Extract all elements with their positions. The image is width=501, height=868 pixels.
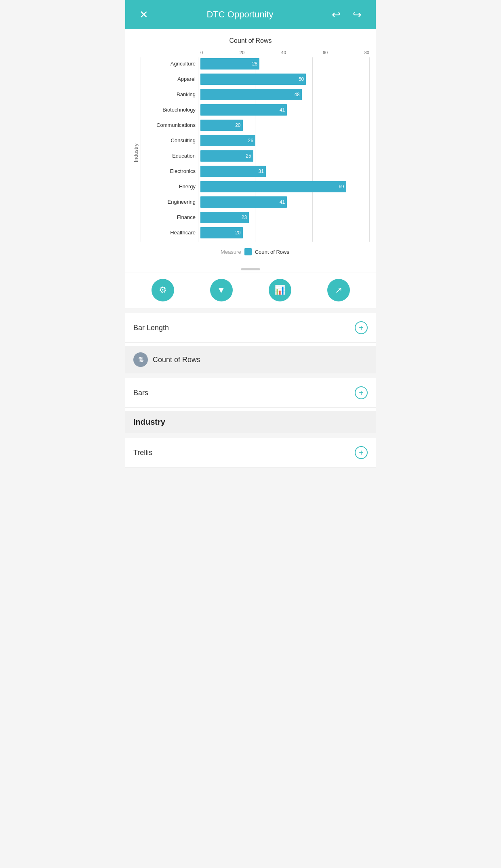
x-tick: 20: [240, 50, 244, 55]
bar-length-title: Bar Length: [133, 324, 169, 332]
bar-fill: 28: [200, 58, 259, 70]
wrench-button[interactable]: ⚙: [152, 279, 174, 301]
legend-measure-label: Measure: [221, 249, 241, 255]
bar-value: 25: [246, 153, 253, 159]
bar-fill: 69: [200, 181, 346, 192]
bar-value: 41: [280, 199, 287, 205]
wrench-icon: ⚙: [159, 285, 167, 295]
bar-length-section: Bar Length + ⇅ Count of Rows: [125, 313, 376, 373]
chart-title: Count of Rows: [132, 37, 369, 44]
bar-value: 69: [339, 184, 346, 190]
trellis-section: Trellis +: [125, 438, 376, 468]
bar-length-header: Bar Length +: [125, 313, 376, 343]
bar-label: Engineering: [141, 196, 199, 209]
trellis-title: Trellis: [133, 449, 152, 457]
trellis-header: Trellis +: [125, 438, 376, 468]
bars-section: Bars + Industry: [125, 378, 376, 433]
drag-handle-container: [125, 265, 376, 272]
bar-label: Finance: [141, 211, 199, 224]
bar-label: Agriculture: [141, 57, 199, 70]
bar-value: 23: [242, 215, 249, 220]
filter-button[interactable]: ▼: [210, 279, 233, 301]
bar-row: Energy69: [200, 180, 369, 193]
bars-area: Agriculture28Apparel50Banking48Biotechno…: [141, 57, 369, 242]
bar-label: Consulting: [141, 134, 199, 147]
y-axis-label-container: Industry: [132, 50, 141, 255]
bar-row: Education25: [200, 150, 369, 162]
y-axis-label: Industry: [133, 143, 139, 162]
bar-label: Banking: [141, 88, 199, 101]
bar-fill: 41: [200, 196, 287, 208]
bar-value: 20: [235, 122, 242, 128]
bar-row: Consulting26: [200, 134, 369, 147]
bar-row: Finance23: [200, 211, 369, 224]
chart-legend: Measure Count of Rows: [141, 248, 369, 255]
bar-value: 31: [259, 169, 266, 174]
bar-row: Electronics31: [200, 165, 369, 178]
chart-icon: 📊: [274, 285, 285, 295]
bars-title: Bars: [133, 389, 148, 397]
bar-fill: 20: [200, 120, 243, 131]
chart-body: 020406080 Agriculture28Apparel50Banking4…: [141, 50, 369, 255]
x-tick: 40: [281, 50, 286, 55]
bar-fill: 23: [200, 212, 249, 223]
count-of-rows-icon: ⇅: [133, 352, 148, 367]
bar-label: Education: [141, 150, 199, 162]
bar-fill: 26: [200, 135, 255, 146]
bar-length-add-button[interactable]: +: [355, 321, 368, 334]
legend-color-swatch: [244, 248, 252, 255]
bar-fill: 48: [200, 89, 302, 100]
bars-item-label: Industry: [133, 417, 165, 427]
legend-count-label: Count of Rows: [255, 249, 289, 255]
x-tick: 60: [323, 50, 328, 55]
x-tick: 0: [200, 50, 203, 55]
bars-add-button[interactable]: +: [355, 386, 368, 399]
filter-icon: ▼: [217, 285, 226, 295]
bar-label: Energy: [141, 180, 199, 193]
bar-fill: 20: [200, 227, 243, 238]
bars-header: Bars +: [125, 378, 376, 408]
forward-button[interactable]: ↪: [348, 8, 366, 21]
bar-row: Banking48: [200, 88, 369, 101]
bar-value: 26: [248, 138, 255, 143]
bar-row: Agriculture28: [200, 57, 369, 70]
bar-label: Biotechnology: [141, 103, 199, 116]
chart-button[interactable]: 📊: [269, 279, 291, 301]
bar-value: 28: [252, 61, 259, 67]
count-of-rows-label: Count of Rows: [153, 356, 200, 364]
bar-row: Biotechnology41: [200, 103, 369, 116]
x-axis-ticks: 020406080: [141, 50, 369, 55]
bar-label: Communications: [141, 119, 199, 132]
header: ✕ DTC Opportunity ↩ ↪: [125, 0, 376, 29]
trellis-add-button[interactable]: +: [355, 446, 368, 459]
bar-row: Communications20: [200, 119, 369, 132]
bar-fill: 50: [200, 74, 306, 85]
bar-label: Healthcare: [141, 226, 199, 239]
bar-value: 41: [280, 107, 287, 113]
bar-row: Healthcare20: [200, 226, 369, 239]
bar-length-item: ⇅ Count of Rows: [125, 346, 376, 373]
x-tick: 80: [364, 50, 369, 55]
bar-label: Apparel: [141, 73, 199, 86]
bar-value: 50: [299, 76, 306, 82]
bar-fill: 41: [200, 104, 287, 116]
bar-value: 20: [235, 230, 242, 236]
bar-fill: 25: [200, 150, 253, 162]
toolbar: ⚙ ▼ 📊 ↗: [125, 272, 376, 308]
back-button[interactable]: ↩: [327, 8, 345, 21]
close-button[interactable]: ✕: [135, 8, 153, 21]
bar-row: Apparel50: [200, 73, 369, 86]
bar-row: Engineering41: [200, 196, 369, 209]
share-icon: ↗: [335, 285, 342, 295]
bar-fill: 31: [200, 166, 266, 177]
bar-value: 48: [294, 92, 301, 97]
bars-item: Industry: [125, 411, 376, 433]
share-button[interactable]: ↗: [327, 279, 350, 301]
header-title: DTC Opportunity: [153, 9, 327, 20]
drag-handle[interactable]: [241, 268, 260, 270]
chart-container: Count of Rows Industry 020406080 Agricul…: [125, 29, 376, 265]
bar-label: Electronics: [141, 165, 199, 178]
